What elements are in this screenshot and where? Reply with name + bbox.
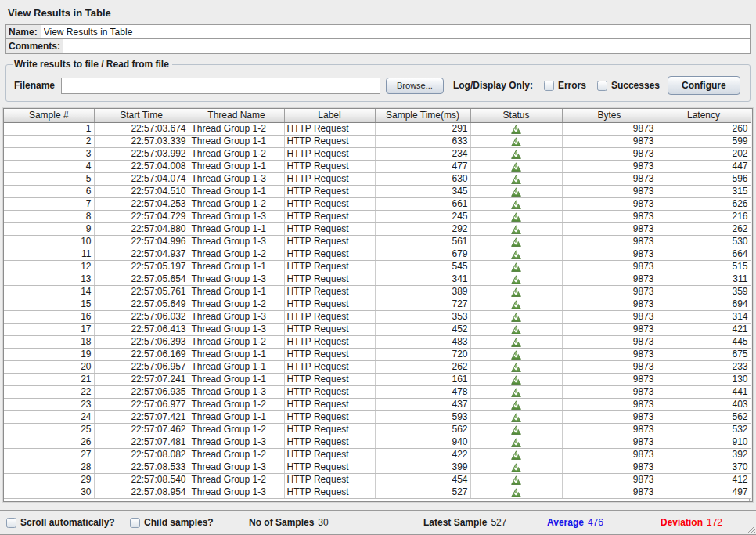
table-row[interactable]: 722:57:04.253Thread Group 1-2HTTP Reques… [4, 197, 751, 210]
column-header-bytes[interactable]: Bytes [562, 109, 657, 122]
cell-thread-name: Thread Group 1-2 [189, 335, 284, 348]
cell-latency: 694 [657, 298, 751, 310]
table-row[interactable]: 122:57:03.674Thread Group 1-2HTTP Reques… [4, 122, 751, 135]
column-header-latency[interactable]: Latency [657, 109, 751, 122]
cell-sample-time: 345 [375, 185, 470, 197]
scroll-automatically-checkbox-group[interactable]: Scroll automatically? [6, 517, 115, 528]
cell-start-time: 22:57:04.880 [94, 222, 189, 235]
table-row[interactable]: 1222:57:05.197Thread Group 1-1HTTP Reque… [4, 260, 751, 273]
table-row[interactable]: 1122:57:04.937Thread Group 1-2HTTP Reque… [4, 248, 751, 260]
success-status-icon [511, 287, 521, 297]
cell-label: HTTP Request [284, 436, 375, 448]
cell-bytes: 9873 [562, 310, 657, 323]
cell-sample-num: 5 [4, 172, 94, 185]
successes-checkbox[interactable] [597, 81, 607, 91]
cell-start-time: 22:57:03.674 [94, 122, 189, 135]
table-row[interactable]: 1922:57:06.169Thread Group 1-1HTTP Reque… [4, 348, 751, 360]
cell-bytes: 9873 [562, 122, 657, 135]
cell-status [470, 172, 562, 185]
comments-label: Comments: [6, 39, 63, 53]
table-row[interactable]: 2622:57:07.481Thread Group 1-3HTTP Reque… [4, 436, 751, 448]
cell-bytes: 9873 [562, 273, 657, 285]
table-row[interactable]: 622:57:04.510Thread Group 1-1HTTP Reques… [4, 185, 751, 197]
cell-sample-time: 291 [375, 122, 470, 135]
cell-latency: 403 [657, 398, 751, 410]
table-row[interactable]: 1622:57:06.032Thread Group 1-3HTTP Reque… [4, 310, 751, 323]
column-header-label[interactable]: Label [284, 109, 375, 122]
cell-label: HTTP Request [284, 335, 375, 348]
no-of-samples: No of Samples 30 [249, 517, 329, 528]
column-header-status[interactable]: Status [470, 109, 562, 122]
cell-label: HTTP Request [284, 172, 375, 185]
column-header-thread-name[interactable]: Thread Name [189, 109, 284, 122]
browse-button[interactable]: Browse... [386, 78, 444, 94]
table-row[interactable]: 2022:57:06.957Thread Group 1-1HTTP Reque… [4, 360, 751, 373]
cell-sample-time: 940 [375, 436, 470, 448]
cell-bytes: 9873 [562, 486, 657, 498]
table-row[interactable]: 2822:57:08.533Thread Group 1-3HTTP Reque… [4, 461, 751, 473]
table-row[interactable]: 2422:57:07.421Thread Group 1-1HTTP Reque… [4, 410, 751, 423]
table-row[interactable]: 322:57:03.992Thread Group 1-2HTTP Reques… [4, 147, 751, 160]
table-row[interactable]: 2522:57:07.462Thread Group 1-2HTTP Reque… [4, 423, 751, 436]
scroll-automatically-checkbox[interactable] [6, 518, 16, 528]
child-samples-checkbox-group[interactable]: Child samples? [130, 517, 214, 528]
table-row[interactable]: 1722:57:06.413Thread Group 1-3HTTP Reque… [4, 323, 751, 335]
filename-input[interactable] [61, 78, 380, 94]
table-row[interactable]: 1422:57:05.761Thread Group 1-1HTTP Reque… [4, 285, 751, 298]
cell-label: HTTP Request [284, 461, 375, 473]
table-row[interactable]: 1322:57:05.654Thread Group 1-3HTTP Reque… [4, 273, 751, 285]
table-row[interactable]: 2222:57:06.935Thread Group 1-3HTTP Reque… [4, 385, 751, 398]
table-row[interactable]: 1522:57:05.649Thread Group 1-2HTTP Reque… [4, 298, 751, 310]
cell-sample-num: 21 [4, 373, 94, 385]
latest-sample-label: Latest Sample [423, 517, 487, 528]
cell-sample-time: 545 [375, 260, 470, 273]
average-value: 476 [588, 517, 603, 528]
table-row[interactable]: 1822:57:06.393Thread Group 1-2HTTP Reque… [4, 335, 751, 348]
comments-input[interactable] [63, 39, 750, 53]
table-row[interactable]: 2122:57:07.241Thread Group 1-1HTTP Reque… [4, 373, 751, 385]
cell-sample-time: 341 [375, 273, 470, 285]
cell-bytes: 9873 [562, 473, 657, 486]
table-row[interactable]: 922:57:04.880Thread Group 1-1HTTP Reques… [4, 222, 751, 235]
cell-latency: 910 [657, 436, 751, 448]
cell-thread-name: Thread Group 1-3 [189, 310, 284, 323]
errors-checkbox[interactable] [544, 81, 554, 91]
success-status-icon [511, 175, 521, 184]
cell-label: HTTP Request [284, 235, 375, 248]
cell-sample-time: 399 [375, 461, 470, 473]
configure-button[interactable]: Configure [668, 76, 740, 95]
cell-label: HTTP Request [284, 323, 375, 335]
resize-grip-icon[interactable] [744, 522, 755, 533]
cell-thread-name: Thread Group 1-3 [189, 436, 284, 448]
latest-sample: Latest Sample 527 [423, 517, 506, 528]
table-row[interactable]: 822:57:04.729Thread Group 1-3HTTP Reques… [4, 210, 751, 222]
cell-status [470, 273, 562, 285]
success-status-icon [511, 475, 521, 485]
cell-bytes: 9873 [562, 360, 657, 373]
table-row[interactable]: 522:57:04.074Thread Group 1-3HTTP Reques… [4, 172, 751, 185]
cell-sample-time: 562 [375, 423, 470, 436]
successes-checkbox-group[interactable]: Successes [597, 80, 660, 91]
cell-sample-num: 27 [4, 448, 94, 461]
cell-status [470, 122, 562, 135]
column-header-sample-time[interactable]: Sample Time(ms) [375, 109, 470, 122]
table-row[interactable]: 2922:57:08.540Thread Group 1-2HTTP Reque… [4, 473, 751, 486]
table-row[interactable]: 3022:57:08.954Thread Group 1-3HTTP Reque… [4, 486, 751, 498]
child-samples-checkbox[interactable] [130, 518, 140, 528]
errors-checkbox-group[interactable]: Errors [544, 80, 586, 91]
table-row[interactable]: 2722:57:08.082Thread Group 1-2HTTP Reque… [4, 448, 751, 461]
cell-label: HTTP Request [284, 197, 375, 210]
cell-start-time: 22:57:08.540 [94, 473, 189, 486]
success-status-icon [511, 425, 521, 435]
results-table-scrollpane[interactable]: Sample # Start Time Thread Name Label Sa… [3, 108, 753, 502]
cell-thread-name: Thread Group 1-2 [189, 298, 284, 310]
name-input[interactable] [41, 25, 750, 38]
cell-sample-time: 483 [375, 335, 470, 348]
table-row[interactable]: 1022:57:04.996Thread Group 1-3HTTP Reque… [4, 235, 751, 248]
table-row[interactable]: 222:57:03.339Thread Group 1-1HTTP Reques… [4, 135, 751, 147]
column-header-start-time[interactable]: Start Time [94, 109, 189, 122]
table-row[interactable]: 422:57:04.008Thread Group 1-1HTTP Reques… [4, 160, 751, 172]
column-header-sample-num[interactable]: Sample # [4, 109, 94, 122]
table-row[interactable]: 2322:57:06.977Thread Group 1-2HTTP Reque… [4, 398, 751, 410]
cell-thread-name: Thread Group 1-2 [189, 423, 284, 436]
